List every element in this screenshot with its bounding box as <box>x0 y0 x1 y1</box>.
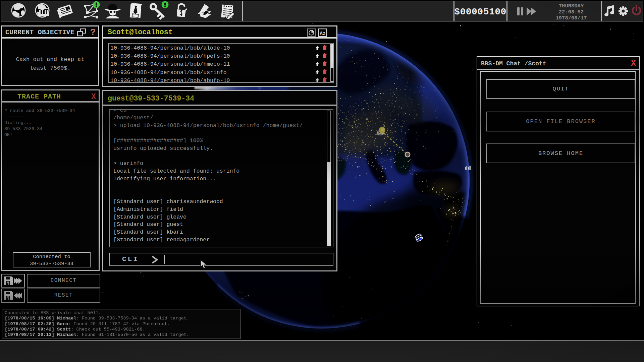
svg-text:THURSDAY: THURSDAY <box>559 3 584 9</box>
svg-text:$00005100: $00005100 <box>454 7 506 17</box>
svg-text:1978/08/17: 1978/08/17 <box>555 15 587 21</box>
svg-text:Az: Az <box>320 31 325 36</box>
svg-text:22:08:52: 22:08:52 <box>559 9 584 15</box>
